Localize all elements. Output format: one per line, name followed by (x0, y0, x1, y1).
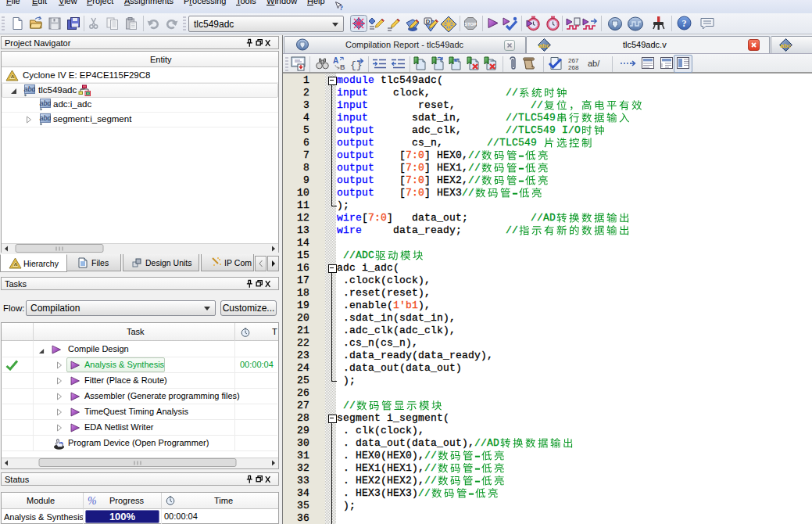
svg-text:abc: abc (539, 42, 550, 49)
svg-text:ab/: ab/ (588, 59, 600, 68)
svg-text:267: 267 (568, 57, 579, 64)
svg-text:abc: abc (781, 42, 792, 49)
svg-text:268: 268 (568, 64, 579, 70)
svg-text:abd: abd (39, 114, 51, 122)
svg-text:abd: abd (23, 85, 35, 93)
svg-text:abd: abd (39, 99, 51, 107)
svg-text:STOP: STOP (465, 22, 477, 27)
svg-text:B: B (340, 63, 345, 70)
svg-text:?: ? (340, 4, 344, 11)
svg-text:D: D (426, 18, 431, 25)
svg-text:?: ? (682, 18, 687, 29)
svg-text:A: A (333, 56, 338, 65)
